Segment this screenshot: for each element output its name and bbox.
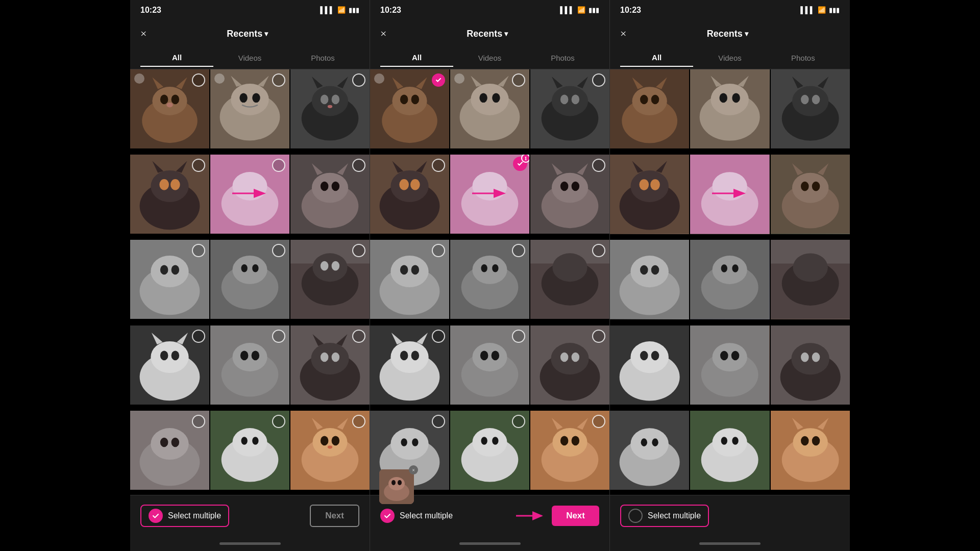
grid-item[interactable] — [690, 240, 769, 319]
grid-item[interactable] — [610, 411, 689, 490]
grid-item[interactable] — [530, 155, 609, 234]
select-circle[interactable] — [272, 73, 285, 87]
battery-icon-1: ▮▮▮ — [349, 6, 359, 14]
grid-item[interactable] — [690, 155, 769, 234]
select-circle[interactable] — [592, 73, 605, 87]
svg-point-1 — [142, 98, 198, 143]
tab-all-1[interactable]: All — [140, 49, 213, 67]
chevron-icon-1[interactable]: ▾ — [264, 30, 268, 38]
grid-item-selected[interactable] — [771, 155, 850, 234]
grid-item[interactable] — [210, 240, 289, 319]
grid-item[interactable] — [610, 69, 689, 148]
select-circle[interactable] — [432, 415, 445, 428]
next-button-1[interactable]: Next — [310, 505, 359, 527]
grid-item[interactable] — [210, 155, 289, 234]
status-bar-1: 10:23 ▌▌▌ 📶 ▮▮▮ — [130, 0, 370, 20]
svg-point-138 — [400, 265, 408, 275]
thumbnail-close[interactable]: × — [409, 465, 418, 474]
grid-item[interactable]: 1 — [450, 155, 529, 234]
select-circle[interactable] — [192, 159, 205, 172]
tab-photos-3[interactable]: Photos — [767, 49, 840, 66]
tab-all-3[interactable]: All — [620, 49, 693, 67]
grid-item[interactable] — [210, 69, 289, 148]
select-circle[interactable] — [432, 159, 445, 172]
svg-marker-112 — [552, 77, 563, 88]
grid-item[interactable] — [690, 325, 769, 405]
grid-item[interactable] — [370, 240, 449, 319]
grid-item[interactable] — [610, 325, 689, 405]
grid-item[interactable] — [610, 155, 689, 234]
grid-item[interactable] — [290, 325, 370, 405]
svg-point-197 — [700, 93, 760, 141]
grid-item[interactable] — [290, 411, 370, 490]
svg-point-40 — [321, 182, 329, 191]
tab-photos-1[interactable]: Photos — [286, 49, 359, 66]
tab-videos-3[interactable]: Videos — [693, 49, 766, 66]
svg-point-159 — [480, 350, 488, 360]
grid-item[interactable] — [771, 69, 850, 148]
select-circle[interactable] — [512, 415, 525, 428]
select-multiple-2[interactable]: Select multiple — [380, 509, 453, 523]
grid-item[interactable] — [450, 240, 529, 319]
tab-videos-2[interactable]: Videos — [453, 49, 526, 66]
grid-item[interactable] — [130, 155, 209, 234]
select-circle[interactable] — [592, 415, 605, 428]
grid-item[interactable] — [130, 411, 209, 490]
status-bar-2: 10:23 ▌▌▌ 📶 ▮▮▮ — [370, 0, 609, 20]
grid-item[interactable] — [530, 325, 609, 405]
grid-item[interactable] — [450, 325, 529, 405]
svg-point-246 — [640, 350, 648, 360]
grid-item[interactable] — [370, 325, 449, 405]
grid-item[interactable] — [530, 411, 609, 490]
select-circle[interactable] — [352, 73, 365, 87]
select-circle[interactable] — [432, 330, 445, 343]
select-multiple-3[interactable]: Select multiple — [620, 505, 709, 527]
select-circle[interactable] — [352, 330, 365, 343]
select-circle[interactable] — [272, 415, 285, 428]
chevron-icon-2[interactable]: ▾ — [504, 30, 508, 38]
grid-item[interactable] — [450, 411, 529, 490]
select-circle[interactable] — [192, 330, 205, 343]
tab-all-2[interactable]: All — [380, 49, 453, 67]
grid-item[interactable] — [210, 411, 289, 490]
grid-item[interactable] — [370, 69, 449, 148]
grid-item[interactable] — [290, 155, 370, 234]
phone-2: 10:23 ▌▌▌ 📶 ▮▮▮ × Recents ▾ All Videos P… — [370, 0, 610, 551]
grid-item[interactable] — [771, 240, 850, 319]
grid-item[interactable] — [771, 411, 850, 490]
select-circle[interactable] — [192, 73, 205, 87]
grid-item[interactable] — [370, 155, 449, 234]
select-circle[interactable] — [352, 415, 365, 428]
grid-item[interactable] — [690, 411, 769, 490]
next-button-2[interactable]: Next — [552, 506, 599, 526]
grid-item[interactable] — [290, 240, 370, 319]
grid-item[interactable] — [690, 69, 769, 148]
select-circle[interactable] — [512, 330, 525, 343]
tab-videos-1[interactable]: Videos — [213, 49, 286, 66]
grid-item[interactable] — [210, 325, 289, 405]
select-circle[interactable] — [512, 73, 525, 87]
grid-item[interactable] — [771, 325, 850, 405]
select-circle[interactable] — [592, 159, 605, 172]
close-button-3[interactable]: × — [620, 27, 626, 40]
select-circle[interactable] — [352, 159, 365, 172]
grid-item[interactable] — [290, 69, 370, 148]
svg-point-29 — [170, 179, 180, 190]
grid-item[interactable] — [530, 240, 609, 319]
select-circle[interactable] — [272, 330, 285, 343]
grid-item[interactable] — [130, 325, 209, 405]
close-button-2[interactable]: × — [380, 27, 386, 40]
grid-item[interactable] — [130, 69, 209, 148]
tab-photos-2[interactable]: Photos — [526, 49, 599, 66]
chevron-icon-3[interactable]: ▾ — [745, 30, 748, 38]
select-circle-selected[interactable] — [432, 73, 445, 87]
select-circle[interactable] — [592, 330, 605, 343]
close-button-1[interactable]: × — [140, 27, 146, 40]
grid-item[interactable] — [450, 69, 529, 148]
grid-item[interactable] — [610, 240, 689, 319]
select-circle[interactable] — [272, 159, 285, 172]
grid-item[interactable] — [530, 69, 609, 148]
select-circle[interactable] — [192, 415, 205, 428]
grid-item[interactable] — [130, 240, 209, 319]
select-multiple-1[interactable]: Select multiple — [140, 505, 229, 527]
